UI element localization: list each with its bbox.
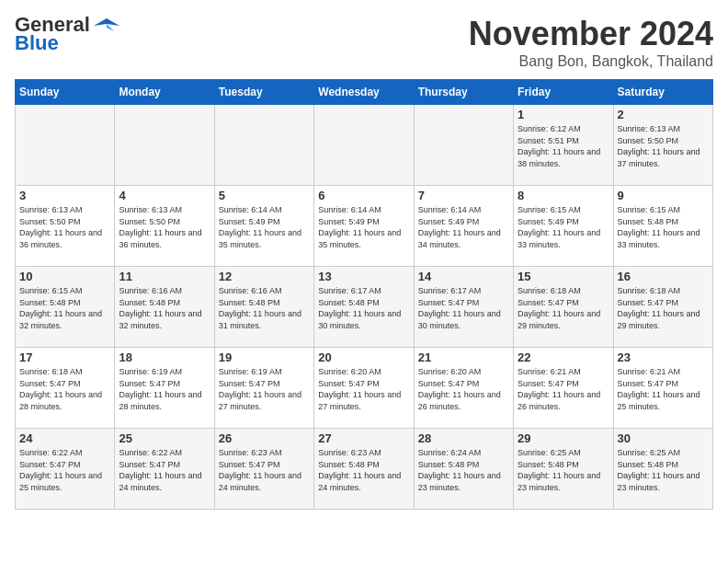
cell-info: Sunrise: 6:14 AM Sunset: 5:49 PM Dayligh… — [318, 204, 409, 250]
header: General Blue November 2024 Bang Bon, Ban… — [15, 15, 713, 70]
calendar-week-5: 24Sunrise: 6:22 AM Sunset: 5:47 PM Dayli… — [16, 429, 713, 510]
cell-info: Sunrise: 6:22 AM Sunset: 5:47 PM Dayligh… — [119, 447, 210, 493]
weekday-header-wednesday: Wednesday — [314, 80, 414, 105]
day-number: 12 — [219, 270, 310, 283]
calendar-week-2: 3Sunrise: 6:13 AM Sunset: 5:50 PM Daylig… — [16, 186, 713, 267]
cell-info: Sunrise: 6:20 AM Sunset: 5:47 PM Dayligh… — [418, 366, 509, 412]
day-number: 13 — [318, 270, 409, 283]
calendar-cell: 27Sunrise: 6:23 AM Sunset: 5:48 PM Dayli… — [314, 429, 414, 510]
day-number: 24 — [19, 431, 110, 445]
calendar-cell: 2Sunrise: 6:13 AM Sunset: 5:50 PM Daylig… — [613, 105, 712, 186]
calendar-cell: 1Sunrise: 6:12 AM Sunset: 5:51 PM Daylig… — [514, 105, 613, 186]
calendar-cell: 21Sunrise: 6:20 AM Sunset: 5:47 PM Dayli… — [414, 348, 513, 429]
cell-info: Sunrise: 6:25 AM Sunset: 5:48 PM Dayligh… — [618, 447, 709, 493]
cell-info: Sunrise: 6:13 AM Sunset: 5:50 PM Dayligh… — [19, 204, 110, 250]
calendar-cell: 20Sunrise: 6:20 AM Sunset: 5:47 PM Dayli… — [314, 348, 414, 429]
cell-info: Sunrise: 6:17 AM Sunset: 5:47 PM Dayligh… — [418, 285, 509, 331]
day-number: 23 — [618, 350, 709, 364]
calendar-week-4: 17Sunrise: 6:18 AM Sunset: 5:47 PM Dayli… — [16, 348, 713, 429]
calendar-week-3: 10Sunrise: 6:15 AM Sunset: 5:48 PM Dayli… — [16, 267, 713, 348]
day-number: 18 — [119, 350, 210, 364]
cell-info: Sunrise: 6:17 AM Sunset: 5:48 PM Dayligh… — [318, 285, 409, 331]
cell-info: Sunrise: 6:25 AM Sunset: 5:48 PM Dayligh… — [518, 447, 609, 493]
cell-info: Sunrise: 6:16 AM Sunset: 5:48 PM Dayligh… — [119, 285, 210, 331]
svg-marker-1 — [107, 24, 114, 31]
cell-info: Sunrise: 6:19 AM Sunset: 5:47 PM Dayligh… — [119, 366, 210, 412]
day-number: 27 — [318, 431, 409, 445]
calendar-cell: 26Sunrise: 6:23 AM Sunset: 5:47 PM Dayli… — [214, 429, 313, 510]
calendar-cell: 13Sunrise: 6:17 AM Sunset: 5:48 PM Dayli… — [314, 267, 414, 348]
title-area: November 2024 Bang Bon, Bangkok, Thailan… — [469, 15, 713, 70]
weekday-header-friday: Friday — [514, 80, 613, 105]
calendar-cell: 9Sunrise: 6:15 AM Sunset: 5:48 PM Daylig… — [613, 186, 712, 267]
cell-info: Sunrise: 6:21 AM Sunset: 5:47 PM Dayligh… — [618, 366, 709, 412]
calendar-cell: 10Sunrise: 6:15 AM Sunset: 5:48 PM Dayli… — [16, 267, 115, 348]
day-number: 5 — [219, 189, 310, 202]
calendar-cell: 25Sunrise: 6:22 AM Sunset: 5:47 PM Dayli… — [115, 429, 214, 510]
cell-info: Sunrise: 6:14 AM Sunset: 5:49 PM Dayligh… — [219, 204, 310, 250]
calendar-cell: 23Sunrise: 6:21 AM Sunset: 5:47 PM Dayli… — [613, 348, 712, 429]
day-number: 9 — [618, 189, 709, 202]
day-number: 29 — [518, 431, 609, 445]
day-number: 2 — [618, 108, 709, 121]
day-number: 8 — [518, 189, 609, 202]
weekday-header-tuesday: Tuesday — [214, 80, 313, 105]
calendar-header-row: SundayMondayTuesdayWednesdayThursdayFrid… — [16, 80, 713, 105]
calendar-cell: 29Sunrise: 6:25 AM Sunset: 5:48 PM Dayli… — [514, 429, 613, 510]
calendar-cell: 24Sunrise: 6:22 AM Sunset: 5:47 PM Dayli… — [16, 429, 115, 510]
calendar-table: SundayMondayTuesdayWednesdayThursdayFrid… — [15, 79, 713, 510]
day-number: 15 — [518, 270, 609, 283]
cell-info: Sunrise: 6:23 AM Sunset: 5:47 PM Dayligh… — [219, 447, 310, 493]
calendar-cell: 30Sunrise: 6:25 AM Sunset: 5:48 PM Dayli… — [613, 429, 712, 510]
day-number: 26 — [219, 431, 310, 445]
day-number: 25 — [119, 431, 210, 445]
calendar-cell: 22Sunrise: 6:21 AM Sunset: 5:47 PM Dayli… — [514, 348, 613, 429]
calendar-cell — [115, 105, 214, 186]
cell-info: Sunrise: 6:18 AM Sunset: 5:47 PM Dayligh… — [618, 285, 709, 331]
day-number: 16 — [618, 270, 709, 283]
day-number: 17 — [19, 350, 110, 364]
day-number: 10 — [19, 270, 110, 283]
cell-info: Sunrise: 6:19 AM Sunset: 5:47 PM Dayligh… — [219, 366, 310, 412]
calendar-cell: 3Sunrise: 6:13 AM Sunset: 5:50 PM Daylig… — [16, 186, 115, 267]
calendar-cell: 19Sunrise: 6:19 AM Sunset: 5:47 PM Dayli… — [214, 348, 313, 429]
cell-info: Sunrise: 6:16 AM Sunset: 5:48 PM Dayligh… — [219, 285, 310, 331]
cell-info: Sunrise: 6:15 AM Sunset: 5:48 PM Dayligh… — [19, 285, 110, 331]
calendar-cell: 5Sunrise: 6:14 AM Sunset: 5:49 PM Daylig… — [214, 186, 313, 267]
month-title: November 2024 — [469, 15, 713, 53]
calendar-cell — [414, 105, 513, 186]
location-title: Bang Bon, Bangkok, Thailand — [469, 53, 713, 70]
cell-info: Sunrise: 6:15 AM Sunset: 5:48 PM Dayligh… — [618, 204, 709, 250]
calendar-cell: 15Sunrise: 6:18 AM Sunset: 5:47 PM Dayli… — [514, 267, 613, 348]
day-number: 19 — [219, 350, 310, 364]
calendar-cell — [214, 105, 313, 186]
weekday-header-thursday: Thursday — [414, 80, 513, 105]
day-number: 7 — [418, 189, 509, 202]
calendar-week-1: 1Sunrise: 6:12 AM Sunset: 5:51 PM Daylig… — [16, 105, 713, 186]
calendar-body: 1Sunrise: 6:12 AM Sunset: 5:51 PM Daylig… — [16, 105, 713, 510]
cell-info: Sunrise: 6:21 AM Sunset: 5:47 PM Dayligh… — [518, 366, 609, 412]
day-number: 21 — [418, 350, 509, 364]
cell-info: Sunrise: 6:22 AM Sunset: 5:47 PM Dayligh… — [19, 447, 110, 493]
calendar-cell: 17Sunrise: 6:18 AM Sunset: 5:47 PM Dayli… — [16, 348, 115, 429]
day-number: 28 — [418, 431, 509, 445]
cell-info: Sunrise: 6:14 AM Sunset: 5:49 PM Dayligh… — [418, 204, 509, 250]
weekday-header-sunday: Sunday — [16, 80, 115, 105]
calendar-cell — [16, 105, 115, 186]
day-number: 14 — [418, 270, 509, 283]
logo: General Blue — [15, 15, 121, 55]
cell-info: Sunrise: 6:24 AM Sunset: 5:48 PM Dayligh… — [418, 447, 509, 493]
calendar-cell: 16Sunrise: 6:18 AM Sunset: 5:47 PM Dayli… — [613, 267, 712, 348]
day-number: 3 — [19, 189, 110, 202]
weekday-header-saturday: Saturday — [613, 80, 712, 105]
logo-blue: Blue — [15, 31, 59, 55]
calendar-cell: 28Sunrise: 6:24 AM Sunset: 5:48 PM Dayli… — [414, 429, 513, 510]
calendar-cell: 4Sunrise: 6:13 AM Sunset: 5:50 PM Daylig… — [115, 186, 214, 267]
day-number: 6 — [318, 189, 409, 202]
calendar-cell: 11Sunrise: 6:16 AM Sunset: 5:48 PM Dayli… — [115, 267, 214, 348]
cell-info: Sunrise: 6:12 AM Sunset: 5:51 PM Dayligh… — [518, 123, 609, 169]
weekday-header-monday: Monday — [115, 80, 214, 105]
calendar-cell: 8Sunrise: 6:15 AM Sunset: 5:49 PM Daylig… — [514, 186, 613, 267]
cell-info: Sunrise: 6:18 AM Sunset: 5:47 PM Dayligh… — [19, 366, 110, 412]
logo-bird-icon — [92, 15, 121, 35]
